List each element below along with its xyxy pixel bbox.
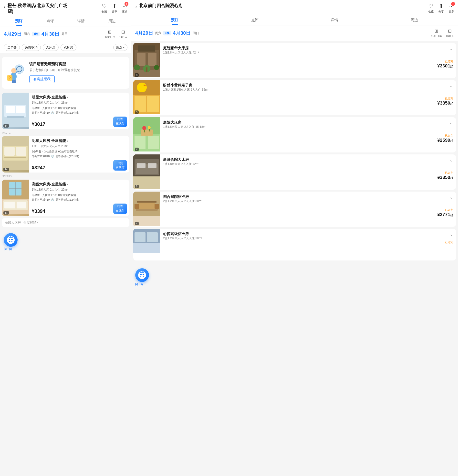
right-tab-bar: 预订↓ 点评 详情 周边 (135, 15, 454, 25)
tab-details-right[interactable]: 详情 (295, 15, 375, 25)
remind-btn[interactable]: 有房提醒我 (29, 75, 55, 83)
right-more-action[interactable]: ··· 1 更多 (449, 3, 454, 13)
svg-rect-36 (137, 53, 146, 66)
clock-icon-2: 🕐 (51, 155, 54, 158)
tab-details-left[interactable]: 详情 (66, 16, 97, 26)
right-ai-bot[interactable] (135, 268, 149, 282)
expand-icon-3[interactable]: ⌄ (449, 120, 453, 126)
left-more-action[interactable]: ··· 1 更多 (122, 3, 127, 13)
left-checkin-date[interactable]: 4月29日 (4, 31, 22, 37)
left-filter-bar: 含早餐 免费取消 大床房 双床房 筛选 ▾ (0, 42, 131, 53)
expand-icon-6[interactable]: ⌄ (449, 232, 453, 237)
room-tag-breakfast-2: 2份早餐 (32, 150, 41, 153)
room-info-3: 高级大床房-全屋智能 › 1张1.8米大床 2人入住 25m² 无早餐 入住当天… (29, 180, 129, 216)
tab-nearby-right[interactable]: 周边 (375, 15, 454, 25)
left-back-button[interactable]: ‹ (4, 4, 6, 10)
right-room-img-badge-1: 8 (135, 73, 139, 77)
right-low-price-calendar[interactable]: ⊞ 低价日历 (431, 28, 442, 38)
right-room-person[interactable]: ⊡ 1间1人 (446, 28, 454, 38)
book-button-3[interactable]: 订完 在线付 (113, 204, 127, 214)
svg-rect-71 (136, 209, 158, 211)
filter-select-btn[interactable]: 筛选 ▾ (113, 44, 127, 51)
book-button-1[interactable]: 订完 在线付 (113, 117, 127, 127)
tab-booking-right[interactable]: 预订↓ (135, 15, 215, 25)
expand-icon-1[interactable]: ⌄ (449, 46, 453, 51)
left-ai-bot[interactable] (4, 233, 18, 247)
left-low-price-calendar[interactable]: ⊞ 低价日历 (104, 29, 115, 39)
right-checkin-date[interactable]: 4月29日 (135, 30, 153, 36)
tab-review-left[interactable]: 点评 (35, 16, 66, 26)
filter-free-cancel[interactable]: 免费取消 (22, 44, 41, 51)
no-avail-desc: 若仍想预订该日期，可设置有房提醒 (29, 68, 80, 72)
tab-review-right[interactable]: 点评 (215, 15, 295, 25)
right-room-image-1[interactable]: 8 (133, 43, 160, 78)
svg-rect-23 (17, 202, 26, 208)
svg-rect-37 (148, 53, 156, 66)
expand-icon-4[interactable]: ⌄ (449, 157, 453, 163)
svg-rect-17 (16, 147, 26, 156)
room-img-badge-3: 11 (3, 211, 9, 215)
calendar-icon: ⊞ (108, 29, 112, 35)
room-tags-1: 无早餐 入住当天18:00前可免费取消 (32, 106, 127, 110)
room-image-3[interactable]: 11 (2, 180, 29, 216)
room-tag-cancel-2: 入住当天18:00前可免费取消 (42, 150, 77, 153)
right-price-1: ¥3601起 (163, 63, 453, 69)
right-room-image-5[interactable]: 4 (133, 192, 160, 227)
svg-point-85 (142, 271, 143, 272)
filter-king-bed[interactable]: 大床房 (43, 44, 59, 51)
svg-rect-64 (137, 163, 146, 168)
left-room-person[interactable]: ⊡ 1间1人 (119, 29, 127, 39)
right-room-meta-6: 2张1.2米单人床 2人入住 30m² (163, 236, 453, 240)
svg-point-40 (154, 65, 159, 70)
share-icon: ⬆ (112, 3, 117, 9)
left-ai-wrapper[interactable]: 问一问 (4, 233, 127, 251)
room-promo-1: 分期首单减¥10 🕐 需等待确认(12小时) (32, 111, 127, 115)
heart-icon-right: ♡ (428, 3, 433, 9)
left-nights-badge: 1晚 (32, 32, 40, 36)
svg-rect-16 (4, 147, 15, 156)
right-share-action[interactable]: ⬆ 分享 (438, 3, 444, 13)
room-price-1: ¥3017 (32, 121, 45, 127)
right-room-img-badge-2: 5 (135, 110, 139, 114)
room-info-1: 明星大床房-全屋智能 › 1张1.8米大床 2人入住 23m² 无早餐 入住当天… (29, 93, 129, 129)
right-room-meta-5: 2张1.2米单人床 2人入住 30m² (163, 199, 453, 203)
room-tags-2: 2份早餐 入住当天18:00前可免费取消 (32, 150, 127, 153)
room-tags-3: 无早餐 入住当天18:00前可免费取消 (32, 193, 127, 197)
chevron-right-icon-2: › (67, 139, 68, 143)
right-booked-4: 已订完 (163, 171, 453, 175)
right-room-meta-2: 1张大床和1张单人床 2人入住 35m² (163, 88, 453, 92)
right-room-image-2[interactable]: 5 (133, 80, 160, 115)
clock-icon-1: 🕐 (51, 111, 54, 114)
room-bottom-2: ¥3247 订完 在线付 (32, 160, 127, 171)
right-collect-action[interactable]: ♡ 收藏 (428, 3, 434, 13)
filter-breakfast[interactable]: 含早餐 (4, 44, 20, 51)
room-image-1[interactable]: 14 (2, 93, 29, 129)
right-room-image-3[interactable]: 4 (133, 117, 160, 152)
expand-icon-5[interactable]: ⌄ (449, 195, 453, 200)
left-collect-action[interactable]: ♡ 收藏 (102, 3, 107, 13)
tab-nearby-left[interactable]: 周边 (97, 16, 128, 26)
svg-rect-42 (146, 67, 147, 72)
left-ai-area: 问一问 (0, 231, 131, 254)
room-icon-right: ⊡ (448, 28, 452, 34)
expand-icon-2[interactable]: ⌄ (449, 83, 453, 88)
right-ai-wrapper[interactable]: 问一问 (135, 268, 454, 286)
right-room-image-6[interactable] (133, 229, 160, 260)
right-room-image-4[interactable]: 5 (133, 154, 160, 190)
no-avail-illustration: ? (6, 62, 25, 84)
book-button-2[interactable]: 订完 在线付 (113, 160, 127, 171)
right-hotel-title: 北京前门四合院漫心府 (139, 3, 183, 9)
filter-twin-bed[interactable]: 双床房 (61, 44, 76, 51)
right-booked-6: 已订完 (163, 240, 453, 244)
room-image-2[interactable]: 14 (2, 136, 29, 173)
right-back-button[interactable]: ‹ (135, 4, 137, 10)
tab-booking-left[interactable]: 预订↓ (4, 16, 35, 26)
right-checkout-date[interactable]: 4月30日 (173, 30, 191, 36)
svg-rect-6 (14, 80, 16, 83)
left-checkout-date[interactable]: 4月30日 (42, 31, 59, 37)
svg-rect-53 (135, 136, 146, 149)
right-room-name-6: 心悦高级标准房 (163, 232, 453, 236)
svg-point-81 (140, 274, 142, 275)
svg-rect-22 (4, 202, 15, 208)
left-share-action[interactable]: ⬆ 分享 (112, 3, 117, 13)
